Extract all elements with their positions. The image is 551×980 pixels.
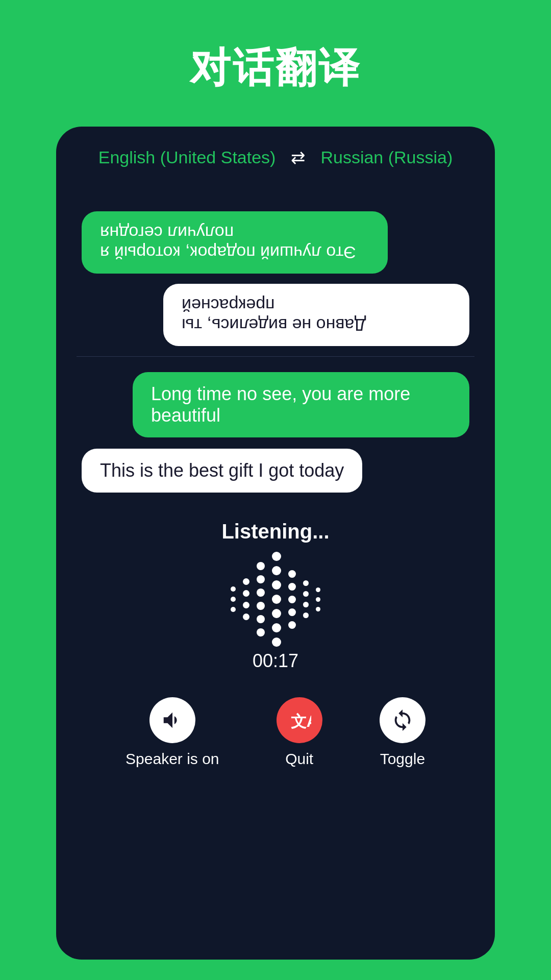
- chat-area-top: Это лучший подарок, который я получил се…: [56, 183, 495, 356]
- phone-card: English (United States) ⇄ Russian (Russi…: [56, 127, 495, 960]
- bottom-green-bubble: Long time no see, you are more beautiful: [133, 372, 469, 437]
- svg-text:文A: 文A: [290, 713, 311, 730]
- wave-col-3: [257, 562, 265, 636]
- quit-label: Quit: [285, 750, 313, 768]
- quit-control: 文A Quit: [277, 697, 322, 768]
- speaker-button[interactable]: [149, 697, 195, 743]
- toggle-icon: [391, 708, 414, 732]
- controls-bar: Speaker is on 文A Quit Toggle: [56, 692, 495, 793]
- listening-label: Listening...: [221, 520, 329, 543]
- target-language[interactable]: Russian (Russia): [320, 148, 453, 167]
- swap-languages-icon[interactable]: ⇄: [291, 147, 305, 167]
- source-language[interactable]: English (United States): [98, 148, 276, 167]
- wave-col-2: [243, 578, 249, 620]
- toggle-control: Toggle: [380, 697, 425, 768]
- speaker-icon: [161, 708, 184, 732]
- toggle-button[interactable]: [380, 697, 425, 743]
- wave-col-6: [303, 580, 309, 618]
- quit-button[interactable]: 文A: [277, 697, 322, 743]
- wave-col-5: [288, 570, 296, 629]
- listening-area: Listening...: [56, 510, 495, 960]
- toggle-label: Toggle: [380, 750, 425, 768]
- translate-icon: 文A: [288, 708, 311, 732]
- waveform: [231, 558, 320, 640]
- wave-col-4: [272, 552, 281, 647]
- timer: 00:17: [253, 650, 298, 672]
- chat-area-bottom: Long time no see, you are more beautiful…: [56, 357, 495, 510]
- speaker-label: Speaker is on: [126, 750, 219, 768]
- app-title: 对话翻译: [190, 41, 361, 96]
- bottom-white-bubble: This is the best gift I got today: [82, 449, 362, 493]
- speaker-control: Speaker is on: [126, 697, 219, 768]
- wave-col-1: [231, 586, 236, 612]
- flipped-white-bubble: Давно не виделись, ты прекрасней: [163, 284, 469, 346]
- language-bar: English (United States) ⇄ Russian (Russi…: [56, 127, 495, 183]
- wave-col-7: [316, 587, 320, 611]
- flipped-green-bubble: Это лучший подарок, который я получил се…: [82, 211, 388, 274]
